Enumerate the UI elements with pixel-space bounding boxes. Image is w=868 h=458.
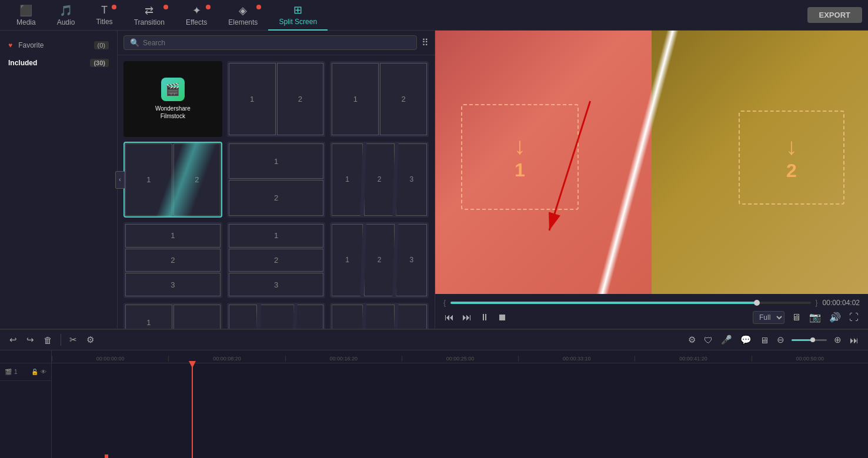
screenshot-button[interactable]: 📷 — [808, 310, 822, 324]
grid-item-4[interactable]: 1 2 — [227, 142, 326, 218]
filter-button[interactable]: ⚙ — [85, 333, 95, 346]
nav-elements[interactable]: ◈ Elements — [218, 0, 268, 31]
grid-item-7[interactable]: 1 2 3 — [227, 222, 326, 298]
nav-effects[interactable]: ✦ Effects — [175, 0, 218, 31]
split-cell: 2 — [277, 63, 324, 135]
split-thumb-11: 1 2 3 — [331, 304, 428, 329]
right-panel: ↓ 1 ↓ 2 — [435, 31, 868, 329]
elements-badge — [256, 5, 261, 9]
favorite-count: (0) — [94, 41, 109, 49]
filmstock-card[interactable]: 🎬 Wondershare Filmstock — [123, 61, 222, 137]
pause-button[interactable]: ⏸ — [479, 311, 490, 324]
grid-item-8[interactable]: 1 2 3 — [330, 222, 429, 298]
time-bracket-end: } — [816, 299, 818, 307]
timeline-end-button[interactable]: ⏭ — [849, 334, 860, 346]
ruler-mark-4: 00:00:33:10 — [518, 356, 635, 362]
monitor-button[interactable]: 🖥 — [790, 311, 802, 324]
time-display: 00:00:04:02 — [823, 299, 860, 307]
titles-badge — [112, 5, 116, 9]
grid-item-1[interactable]: 1 2 — [227, 61, 326, 137]
timeline-scroll[interactable]: 00:00:00:00 00:00:08:20 00:00:16:20 00:0… — [52, 350, 868, 458]
export-button[interactable]: EXPORT — [807, 7, 862, 23]
split-cell: 1 — [229, 143, 324, 179]
drop-zone-1[interactable]: ↓ 1 — [461, 104, 579, 210]
split-thumb-7: 1 2 3 — [228, 223, 325, 297]
filmstock-label: Wondershare Filmstock — [155, 105, 191, 120]
ruler-marks: 00:00:00:00 00:00:08:20 00:00:16:20 00:0… — [52, 356, 868, 362]
split-cell: 2 — [380, 63, 427, 135]
split-cell: 2 — [229, 180, 324, 215]
nav-transition[interactable]: ⇄ Transition — [123, 0, 175, 31]
mic-button[interactable]: 🎤 — [720, 333, 733, 346]
nav-split-screen[interactable]: ⊞ Split Screen — [268, 0, 328, 31]
settings-button[interactable]: ⚙ — [687, 333, 697, 346]
progress-track[interactable] — [450, 302, 811, 304]
quality-select[interactable]: Full 1/2 1/4 — [753, 311, 784, 324]
zoom-out-button[interactable]: ⊖ — [776, 333, 786, 346]
filmstock-logo-icon: 🎬 — [165, 82, 180, 96]
redo-button[interactable]: ↪ — [25, 333, 35, 346]
subtitle-button[interactable]: 💬 — [739, 333, 753, 346]
split-left: 1 2 — [125, 304, 173, 329]
split-cell: 1 — [125, 143, 172, 216]
split-cell: 3 — [229, 273, 324, 296]
grid-item-6[interactable]: 1 2 3 — [123, 222, 222, 298]
nav-media[interactable]: ⬛ Media — [6, 0, 46, 31]
split-cell: 3 — [125, 273, 221, 296]
shield-button[interactable]: 🛡 — [703, 334, 714, 346]
grid-item-11[interactable]: 1 2 3 — [330, 303, 429, 329]
ruler-mark-3: 00:00:25:00 — [402, 356, 518, 362]
titles-icon: T — [101, 4, 108, 16]
ruler-mark-5: 00:00:41:20 — [635, 356, 751, 362]
step-back-button[interactable]: ⏭ — [461, 311, 473, 324]
skip-back-button[interactable]: ⏮ — [443, 311, 455, 324]
video-controls: { } 00:00:04:02 ⏮ ⏭ ⏸ ⏹ Full 1/ — [435, 294, 868, 329]
nav-audio[interactable]: 🎵 Audio — [46, 0, 86, 31]
volume-button[interactable]: 🔊 — [828, 310, 842, 324]
grid-more-button[interactable]: ⠿ — [422, 37, 429, 48]
zoom-track[interactable] — [792, 339, 827, 341]
transition-badge — [163, 5, 168, 9]
sidebar-item-included[interactable]: Included (30) — [0, 54, 117, 72]
drop-zone-2[interactable]: ↓ 2 — [739, 111, 844, 205]
split-thumb-2: 1 2 — [331, 62, 428, 136]
grid-item-5[interactable]: 1 2 3 — [330, 142, 429, 218]
split-cell: 1 — [332, 143, 363, 216]
stop-button[interactable]: ⏹ — [496, 311, 508, 324]
sidebar-item-favorite[interactable]: ♥ Favorite (0) — [0, 36, 117, 54]
track-label-1: 🎬 1 🔓 👁 — [0, 363, 51, 381]
split-cell: 3 — [396, 305, 427, 329]
split-cell: 1 — [332, 305, 363, 329]
scissors-button[interactable]: ✂ — [68, 333, 78, 346]
drop-arrow-2: ↓ — [786, 133, 797, 160]
delete-button[interactable]: 🗑 — [42, 334, 54, 346]
grid-items-container: 🎬 Wondershare Filmstock 1 2 — [123, 61, 429, 329]
collapse-arrow[interactable]: ‹ — [115, 171, 125, 189]
playhead[interactable] — [192, 363, 193, 458]
split-cell: 2 — [125, 249, 221, 272]
grid-area: 🔍 ⠿ 🎬 Wondershare — [118, 31, 435, 329]
split-thumb-4: 1 2 — [228, 143, 325, 216]
search-input[interactable] — [143, 39, 410, 47]
nav-titles[interactable]: T Titles — [85, 0, 123, 31]
time-bracket-start: { — [443, 299, 446, 307]
grid-item-2[interactable]: 1 2 — [330, 61, 429, 137]
grid-item-3[interactable]: 1 2 — [123, 142, 222, 218]
ruler-mark-2: 00:00:16:20 — [285, 356, 402, 362]
nav-split-screen-label: Split Screen — [279, 18, 317, 26]
panel-body: ♥ Favorite (0) Included (30) ‹ 🔍 — [0, 31, 435, 329]
nav-media-label: Media — [16, 18, 36, 26]
split-thumb-10: 1 2 3 — [228, 304, 325, 329]
zoom-thumb — [810, 337, 815, 342]
grid-item-10[interactable]: 1 2 3 — [227, 303, 326, 329]
fullscreen-button[interactable]: ⛶ — [848, 311, 860, 324]
grid-item-9[interactable]: 1 2 3 — [123, 303, 222, 329]
split-cell: 1 — [229, 305, 258, 329]
split-cell: 2 — [229, 249, 324, 272]
zoom-fill — [792, 339, 813, 341]
zoom-in-button[interactable]: ⊕ — [833, 333, 843, 346]
preview-button[interactable]: 🖥 — [759, 334, 770, 346]
undo-button[interactable]: ↩ — [8, 333, 18, 346]
split-cell: 2 — [258, 305, 293, 329]
toolbar-divider — [61, 334, 61, 346]
